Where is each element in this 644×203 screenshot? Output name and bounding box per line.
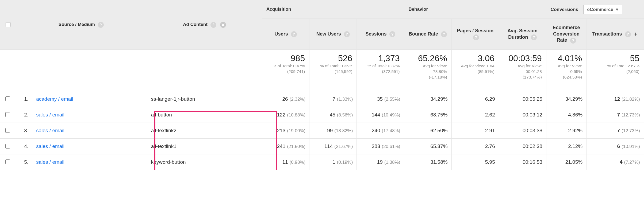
new-users-cell: 7(1.33%) [309, 91, 357, 107]
row-checkbox[interactable] [5, 112, 10, 117]
analytics-table: Source / Medium ? Ad Content ? Acquisiti… [0, 0, 644, 170]
source-medium-link[interactable]: sales / email [36, 112, 64, 118]
duration-cell: 00:05:25 [499, 91, 546, 107]
help-icon[interactable]: ? [441, 31, 447, 37]
users-cell: 241(21.50%) [262, 139, 309, 154]
behavior-group-header: Behavior [404, 0, 546, 19]
ecr-cell: 34.29% [546, 91, 586, 107]
sessions-cell: 19(1.38%) [357, 154, 404, 170]
table-row: 1.academy / emailss-langer-1jr-button26(… [0, 91, 644, 107]
pages-cell: 2.91 [451, 123, 499, 139]
new-users-cell: 1(0.19%) [309, 154, 357, 170]
table-row: 3.sales / emailall-textlink2213(19.00%)9… [0, 123, 644, 139]
users-cell: 26(2.32%) [262, 91, 309, 107]
ad-content-header[interactable]: Ad Content ? [147, 0, 262, 50]
table-row: 5.sales / emailkeyword-button11(0.98%)1(… [0, 154, 644, 170]
source-medium-link[interactable]: academy / email [36, 96, 73, 102]
help-icon[interactable]: ? [389, 31, 395, 37]
pages-session-header[interactable]: Pages / Session ? [451, 19, 499, 50]
source-medium-cell: sales / email [32, 154, 147, 170]
new-users-cell: 114(21.67%) [309, 139, 357, 154]
source-medium-header[interactable]: Source / Medium ? [15, 0, 147, 50]
bounce-cell: 34.29% [404, 91, 451, 107]
help-icon[interactable]: ? [98, 22, 104, 28]
sessions-header[interactable]: Sessions ? [357, 19, 404, 50]
bounce-rate-header[interactable]: Bounce Rate ? [404, 19, 451, 50]
pages-cell: 2.62 [451, 107, 499, 123]
help-icon[interactable]: ? [344, 31, 350, 37]
sessions-cell: 144(10.49%) [357, 107, 404, 123]
ecr-header[interactable]: Ecommerce Conversion Rate ? [546, 19, 586, 50]
ad-content-cell: ss-langer-1jr-button [147, 91, 262, 107]
source-medium-cell: academy / email [32, 91, 147, 107]
users-cell: 11(0.98%) [262, 154, 309, 170]
sort-desc-icon[interactable] [632, 31, 638, 37]
conversions-dropdown-label: eCommerce [587, 7, 613, 12]
ad-content-cell: all-textlink2 [147, 123, 262, 139]
select-all-header[interactable] [0, 0, 15, 50]
totals-new-users: 526% of Total: 0.36%(145,592) [309, 50, 357, 91]
table-row: 2.sales / emailall-button122(10.88%)45(8… [0, 107, 644, 123]
bounce-cell: 31.58% [404, 154, 451, 170]
new-users-label: New Users [316, 31, 341, 37]
help-icon[interactable]: ? [625, 31, 631, 37]
transactions-label: Transactions [592, 31, 622, 37]
users-label: Users [275, 31, 288, 37]
bounce-rate-label: Bounce Rate [409, 31, 438, 37]
pages-session-label: Pages / Session [457, 28, 493, 33]
row-checkbox-cell [0, 154, 15, 170]
help-icon[interactable]: ? [291, 31, 297, 37]
row-checkbox-cell [0, 107, 15, 123]
source-medium-label: Source / Medium [59, 22, 95, 27]
help-icon[interactable]: ? [210, 22, 216, 28]
avg-duration-header[interactable]: Avg. Session Duration ? [499, 19, 546, 50]
row-number: 4. [15, 139, 32, 154]
transactions-cell: 12(21.82%) [586, 91, 644, 107]
sessions-cell: 283(20.61%) [357, 139, 404, 154]
transactions-cell: 7(12.73%) [586, 107, 644, 123]
source-medium-cell: sales / email [32, 107, 147, 123]
pages-cell: 6.29 [451, 91, 499, 107]
new-users-cell: 99(18.82%) [309, 123, 357, 139]
conversions-dropdown[interactable]: eCommerce [583, 5, 622, 14]
ad-content-cell: keyword-button [147, 154, 262, 170]
source-medium-link[interactable]: sales / email [36, 159, 64, 165]
table-row: 4.sales / emailall-textlink1241(21.50%)1… [0, 139, 644, 154]
pages-cell: 5.95 [451, 154, 499, 170]
source-medium-link[interactable]: sales / email [36, 128, 64, 133]
table-body: 985% of Total: 0.47%(209,741) 526% of To… [0, 50, 644, 170]
totals-pages-session: 3.06Avg for View: 1.64(85.91%) [451, 50, 499, 91]
transactions-header[interactable]: Transactions ? [586, 19, 644, 50]
help-icon[interactable]: ? [531, 34, 537, 40]
transactions-cell: 7(12.73%) [586, 123, 644, 139]
row-checkbox-cell [0, 91, 15, 107]
totals-duration: 00:03:59Avg for View: 00:01:28(170.74%) [499, 50, 546, 91]
sessions-cell: 35(2.55%) [357, 91, 404, 107]
ecr-cell: 2.12% [546, 139, 586, 154]
ad-content-label: Ad Content [183, 22, 208, 27]
ecr-cell: 2.92% [546, 123, 586, 139]
row-checkbox[interactable] [5, 144, 10, 149]
bounce-cell: 62.50% [404, 123, 451, 139]
new-users-header[interactable]: New Users ? [309, 19, 357, 50]
select-all-checkbox[interactable] [6, 22, 10, 27]
sessions-cell: 240(17.48%) [357, 123, 404, 139]
help-icon[interactable]: ? [473, 34, 479, 40]
bounce-cell: 68.75% [404, 107, 451, 123]
row-checkbox[interactable] [5, 96, 10, 101]
conversions-group-header: Conversions eCommerce [546, 0, 644, 19]
transactions-cell: 6(10.91%) [586, 139, 644, 154]
row-checkbox[interactable] [5, 159, 10, 164]
help-icon[interactable]: ? [570, 38, 576, 44]
source-medium-cell: sales / email [32, 123, 147, 139]
conversions-label: Conversions [551, 7, 578, 12]
row-checkbox-cell [0, 123, 15, 139]
source-medium-link[interactable]: sales / email [36, 143, 64, 149]
row-number: 5. [15, 154, 32, 170]
duration-cell: 00:02:38 [499, 139, 546, 154]
users-header[interactable]: Users ? [262, 19, 309, 50]
row-checkbox[interactable] [5, 128, 10, 133]
acquisition-group-header: Acquisition [262, 0, 404, 19]
ecr-cell: 21.05% [546, 154, 586, 170]
remove-dimension-icon[interactable] [220, 22, 226, 28]
